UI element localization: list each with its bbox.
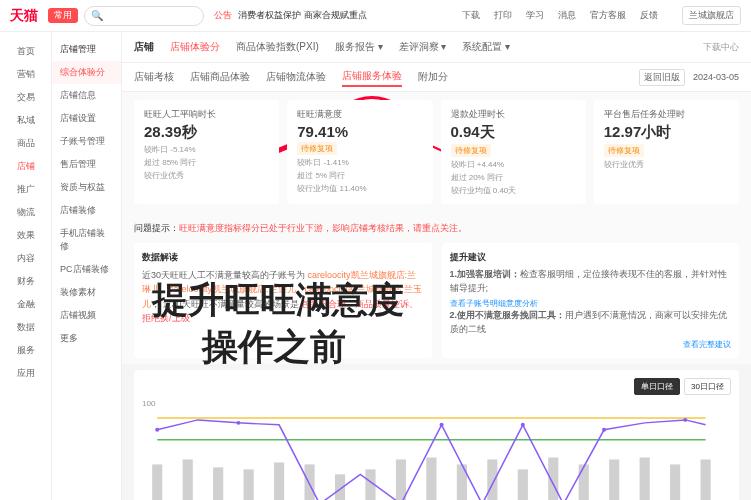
repair-badge: 待修复项 <box>297 142 337 155</box>
tab-insight[interactable]: 差评洞察 ▾ <box>399 38 447 56</box>
data-interpretation-panel: 数据解读 近30天旺旺人工不满意量较高的子账号为 careloocity凯兰城旗… <box>134 243 432 358</box>
nav-service[interactable]: 服务 <box>0 339 51 362</box>
chart-tab-daily[interactable]: 单日口径 <box>634 378 680 395</box>
subnav-mdeco[interactable]: 手机店铺装修 <box>52 222 121 258</box>
nav-home[interactable]: 首页 <box>0 40 51 63</box>
nav-content[interactable]: 内容 <box>0 247 51 270</box>
shop-select[interactable]: 兰城旗舰店 <box>682 6 741 25</box>
nav-finance[interactable]: 财务 <box>0 270 51 293</box>
svg-rect-17 <box>609 459 619 500</box>
svg-rect-3 <box>183 459 193 500</box>
suggestion-panel: 提升建议 1.加强客服培训：检查客服明细，定位接待表现不佳的客服，并针对性辅导提… <box>442 243 740 358</box>
notice-tag: 公告 <box>214 9 232 22</box>
topbar: 天猫 常用 🔍 公告 消费者权益保护 商家合规赋重点 下载 打印 学习 消息 官… <box>0 0 751 32</box>
svg-rect-6 <box>274 462 284 500</box>
svg-point-22 <box>236 421 240 425</box>
metric-title: 退款处理时长 <box>451 108 576 121</box>
subnav: 店铺管理 综合体验分 店铺信息 店铺设置 子账号管理 售后管理 资质与权益 店铺… <box>52 32 122 500</box>
tab-report[interactable]: 服务报告 ▾ <box>335 38 383 56</box>
nav-data[interactable]: 数据 <box>0 316 51 339</box>
panel-title: 提升建议 <box>450 251 732 264</box>
subnav-material[interactable]: 装修素材 <box>52 281 121 304</box>
tab2-assess[interactable]: 店铺考核 <box>134 68 174 86</box>
subnav-pcdeco[interactable]: PC店铺装修 <box>52 258 121 281</box>
subnav-video[interactable]: 店铺视频 <box>52 304 121 327</box>
tab2-logistics[interactable]: 店铺物流体验 <box>266 68 326 86</box>
metric-refund-time[interactable]: 退款处理时长 0.94天 待修复项 较昨日 +4.44% 超过 20% 同行 较… <box>441 100 586 204</box>
svg-point-21 <box>155 428 159 432</box>
svg-point-23 <box>440 423 444 427</box>
svg-rect-2 <box>152 464 162 500</box>
metric-satisfaction[interactable]: 旺旺满意度 79.41% 待修复项 较昨日 -1.41% 超过 5% 同行 较行… <box>287 100 432 204</box>
support-icon[interactable]: 官方客服 <box>590 9 626 22</box>
metric-value: 0.94天 <box>451 123 576 142</box>
print-icon[interactable]: 打印 <box>494 9 512 22</box>
nav-effect[interactable]: 效果 <box>0 224 51 247</box>
svg-rect-18 <box>640 457 650 500</box>
metric-response-time[interactable]: 旺旺人工平响时长 28.39秒 较昨日 -5.14% 超过 85% 同行 较行业… <box>134 100 279 204</box>
metric-value: 79.41% <box>297 123 422 140</box>
tab-pxi[interactable]: 商品体验指数(PXI) <box>236 38 319 56</box>
search-input[interactable]: 🔍 <box>84 6 204 26</box>
subnav-subacct[interactable]: 子账号管理 <box>52 130 121 153</box>
nav-trade[interactable]: 交易 <box>0 86 51 109</box>
nav-product[interactable]: 商品 <box>0 132 51 155</box>
metrics-row: 旺旺人工平响时长 28.39秒 较昨日 -5.14% 超过 85% 同行 较行业… <box>122 92 751 212</box>
svg-rect-19 <box>670 464 680 500</box>
download-center[interactable]: 下载中心 <box>703 41 739 54</box>
tab2-product[interactable]: 店铺商品体验 <box>190 68 250 86</box>
nav-marketing[interactable]: 营销 <box>0 63 51 86</box>
repair-badge: 待修复项 <box>604 144 644 157</box>
subnav-aftersale[interactable]: 售后管理 <box>52 153 121 176</box>
svg-point-26 <box>683 418 687 422</box>
chart-canvas[interactable] <box>142 410 731 500</box>
panel-title: 数据解读 <box>142 251 424 264</box>
tab-exp[interactable]: 店铺体验分 <box>170 38 220 56</box>
nav-promo[interactable]: 推广 <box>0 178 51 201</box>
svg-rect-20 <box>701 459 711 500</box>
download-icon[interactable]: 下载 <box>462 9 480 22</box>
notice-bar[interactable]: 公告 消费者权益保护 商家合规赋重点 <box>214 9 462 22</box>
top-icons: 下载 打印 学习 消息 官方客服 反馈 兰城旗舰店 <box>462 6 741 25</box>
message-icon[interactable]: 消息 <box>558 9 576 22</box>
subnav-settings[interactable]: 店铺设置 <box>52 107 121 130</box>
search-icon: 🔍 <box>91 10 103 21</box>
nav-gold[interactable]: 金融 <box>0 293 51 316</box>
chart-tab-30d[interactable]: 30日口径 <box>684 378 731 395</box>
main: 店铺 店铺体验分 商品体验指数(PXI) 服务报告 ▾ 差评洞察 ▾ 系统配置 … <box>122 32 751 500</box>
y-axis-max: 100 <box>142 399 731 408</box>
subnav-qual[interactable]: 资质与权益 <box>52 176 121 199</box>
nav-app[interactable]: 应用 <box>0 362 51 385</box>
subnav-score[interactable]: 综合体验分 <box>52 61 121 84</box>
nav-logistics[interactable]: 物流 <box>0 201 51 224</box>
full-suggestion-link[interactable]: 查看完整建议 <box>450 339 732 350</box>
old-version-button[interactable]: 返回旧版 <box>639 69 685 86</box>
subnav-info[interactable]: 店铺信息 <box>52 84 121 107</box>
metric-aftersale-time[interactable]: 平台售后任务处理时 12.97小时 待修复项 较行业优秀 <box>594 100 739 204</box>
tab2-extra[interactable]: 附加分 <box>418 68 448 86</box>
tabs-primary: 店铺 店铺体验分 商品体验指数(PXI) 服务报告 ▾ 差评洞察 ▾ 系统配置 … <box>122 32 751 63</box>
learn-icon[interactable]: 学习 <box>526 9 544 22</box>
date-display[interactable]: 2024-03-05 <box>693 72 739 82</box>
common-tag[interactable]: 常用 <box>48 8 78 23</box>
svg-rect-13 <box>487 459 497 500</box>
tab-config[interactable]: 系统配置 ▾ <box>462 38 510 56</box>
subaccount-link[interactable]: 查看子账号明细意度分析 <box>450 298 732 309</box>
leftnav: 首页 营销 交易 私域 商品 店铺 推广 物流 效果 内容 财务 金融 数据 服… <box>0 32 52 500</box>
logo: 天猫 <box>10 7 48 25</box>
subnav-more[interactable]: 更多 <box>52 327 121 350</box>
svg-point-24 <box>521 423 525 427</box>
metric-value: 12.97小时 <box>604 123 729 142</box>
feedback-icon[interactable]: 反馈 <box>640 9 658 22</box>
repair-badge: 待修复项 <box>451 144 491 157</box>
metric-title: 旺旺人工平响时长 <box>144 108 269 121</box>
tabs-secondary: 店铺考核 店铺商品体验 店铺物流体验 店铺服务体验 附加分 返回旧版 2024-… <box>122 63 751 92</box>
metric-title: 平台售后任务处理时 <box>604 108 729 121</box>
svg-rect-5 <box>244 469 254 500</box>
subnav-deco[interactable]: 店铺装修 <box>52 199 121 222</box>
nav-private[interactable]: 私域 <box>0 109 51 132</box>
nav-shop[interactable]: 店铺 <box>0 155 51 178</box>
svg-rect-7 <box>304 464 314 500</box>
svg-rect-10 <box>396 459 406 500</box>
tab2-service[interactable]: 店铺服务体验 <box>342 67 402 87</box>
